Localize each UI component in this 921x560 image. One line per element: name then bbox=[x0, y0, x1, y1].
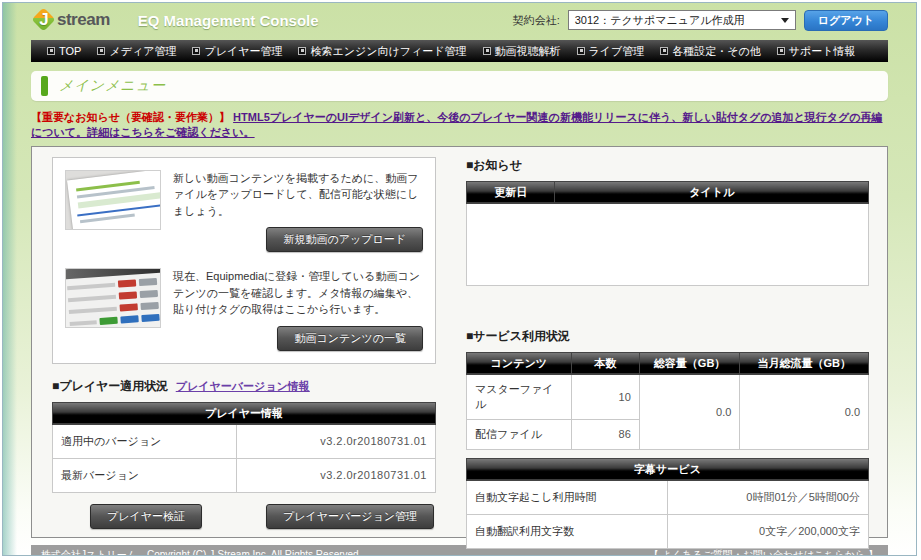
copyright-text: 株式会社Jストリーム Copyright (C) J-Stream Inc. A… bbox=[41, 548, 361, 556]
content-list-thumbnail-image bbox=[65, 268, 161, 328]
faq-contact-link[interactable]: 【 よくあるご質問・お問い合わせはこちらから 】 bbox=[649, 548, 878, 556]
nav-item-analytics[interactable]: 動画視聴解析 bbox=[475, 44, 569, 59]
header-right: 契約会社: 3012：テクサポマニュアル作成用 ログアウト bbox=[513, 10, 888, 31]
nav-item-label: 各種設定・その他 bbox=[672, 44, 761, 59]
player-info-table: プレイヤー情報 適用中のバージョン v3.2.0r20180731.01 最新バ… bbox=[52, 402, 436, 493]
player-verify-button[interactable]: プレイヤー検証 bbox=[90, 504, 202, 529]
important-notice: 【重要なお知らせ（要確認・要作業）】 HTML5プレイヤーのUIデザイン刷新と、… bbox=[31, 110, 888, 141]
company-select-value: 3012：テクサポマニュアル作成用 bbox=[575, 13, 745, 28]
translation-chars-value: 0文字／200,000文字 bbox=[668, 514, 869, 548]
service-col-count: 本数 bbox=[571, 352, 639, 374]
promo-list-body: 現在、Equipmediaに登録・管理している動画コンテンツの一覧を確認します。… bbox=[173, 268, 423, 351]
transcription-time-value: 0時間01分／5時間00分 bbox=[668, 480, 869, 514]
service-col-content: コンテンツ bbox=[467, 352, 572, 374]
service-col-volume: 総容量（GB） bbox=[639, 352, 740, 374]
current-version-value: v3.2.0r20180731.01 bbox=[236, 424, 435, 458]
nav-item-media[interactable]: メディア管理 bbox=[89, 44, 184, 59]
notice-prefix: 【重要なお知らせ（要確認・要作業）】 bbox=[31, 111, 230, 123]
service-usage-heading: ■サービス利用状況 bbox=[466, 328, 869, 345]
news-empty-cell bbox=[467, 203, 869, 285]
main-menu-band: メインメニュー bbox=[31, 71, 888, 101]
master-file-count: 10 bbox=[571, 374, 639, 419]
main-nav: TOP メディア管理 プレイヤー管理 検索エンジン向けフィード管理 動画視聴解析… bbox=[31, 40, 888, 62]
jstream-logo-icon: J bbox=[31, 7, 57, 33]
transcription-time-label: 自動文字起こし利用時間 bbox=[467, 480, 668, 514]
upload-thumbnail-image bbox=[65, 170, 161, 230]
nav-item-label: TOP bbox=[59, 45, 81, 57]
service-usage-table: コンテンツ 本数 総容量（GB） 当月総流量（GB） マスターファイル 10 0… bbox=[466, 352, 869, 450]
window-link-icon bbox=[192, 47, 200, 55]
window-link-icon bbox=[577, 47, 585, 55]
player-status-heading: ■プレイヤー適用状況 プレイヤーバージョン情報 bbox=[52, 378, 436, 395]
promo-list-row: 現在、Equipmediaに登録・管理している動画コンテンツの一覧を確認します。… bbox=[65, 268, 423, 351]
nav-item-label: 動画視聴解析 bbox=[495, 44, 561, 59]
nav-item-top[interactable]: TOP bbox=[39, 45, 89, 57]
player-buttons-row: プレイヤー検証 プレイヤーバージョン管理 bbox=[52, 504, 436, 529]
table-row bbox=[467, 203, 869, 285]
nav-item-label: ライブ管理 bbox=[589, 44, 645, 59]
nav-item-live[interactable]: ライブ管理 bbox=[569, 44, 653, 59]
promo-upload-row: 新しい動画コンテンツを掲載するために、動画ファイルをアップロードして、配信可能な… bbox=[65, 170, 423, 253]
player-version-manage-button[interactable]: プレイヤーバージョン管理 bbox=[266, 504, 434, 529]
window-link-icon bbox=[97, 47, 105, 55]
nav-item-seo-feed[interactable]: 検索エンジン向けフィード管理 bbox=[290, 44, 474, 59]
logo-letter: J bbox=[31, 8, 57, 32]
main-content-panel: 新しい動画コンテンツを掲載するために、動画ファイルをアップロードして、配信可能な… bbox=[31, 146, 888, 538]
right-column: ■お知らせ 更新日 タイトル ■サービス利用状況 コンテンツ 本数 bbox=[466, 157, 869, 525]
promo-upload-text: 新しい動画コンテンツを掲載するために、動画ファイルをアップロードして、配信可能な… bbox=[173, 170, 423, 220]
promo-upload-body: 新しい動画コンテンツを掲載するために、動画ファイルをアップロードして、配信可能な… bbox=[173, 170, 423, 253]
video-content-list-button[interactable]: 動画コンテンツの一覧 bbox=[277, 326, 423, 351]
player-status-heading-text: ■プレイヤー適用状況 bbox=[52, 379, 168, 393]
app-title: EQ Management Console bbox=[138, 12, 319, 29]
company-select-label: 契約会社: bbox=[513, 13, 560, 28]
table-row: 最新バージョン v3.2.0r20180731.01 bbox=[53, 458, 436, 492]
jstream-logo[interactable]: J stream bbox=[31, 7, 110, 33]
table-row: 自動文字起こし利用時間 0時間01分／5時間00分 bbox=[467, 480, 869, 514]
nav-item-settings[interactable]: 各種設定・その他 bbox=[652, 44, 769, 59]
promo-list-text: 現在、Equipmediaに登録・管理している動画コンテンツの一覧を確認します。… bbox=[173, 268, 423, 318]
delivery-file-count: 86 bbox=[571, 419, 639, 449]
news-col-date: 更新日 bbox=[467, 181, 555, 203]
header: J stream EQ Management Console 契約会社: 301… bbox=[3, 3, 916, 37]
news-col-title: タイトル bbox=[555, 181, 869, 203]
nav-item-player[interactable]: プレイヤー管理 bbox=[184, 44, 290, 59]
window-link-icon bbox=[660, 47, 668, 55]
left-column: 新しい動画コンテンツを掲載するために、動画ファイルをアップロードして、配信可能な… bbox=[52, 157, 436, 525]
chevron-down-icon bbox=[781, 18, 789, 23]
promo-box: 新しい動画コンテンツを掲載するために、動画ファイルをアップロードして、配信可能な… bbox=[52, 157, 436, 364]
latest-version-value: v3.2.0r20180731.01 bbox=[236, 458, 435, 492]
table-row: 適用中のバージョン v3.2.0r20180731.01 bbox=[53, 424, 436, 458]
nav-item-label: 検索エンジン向けフィード管理 bbox=[310, 44, 466, 59]
monthly-traffic-value: 0.0 bbox=[740, 374, 869, 449]
company-select[interactable]: 3012：テクサポマニュアル作成用 bbox=[568, 10, 796, 30]
total-volume-value: 0.0 bbox=[639, 374, 740, 449]
subtitle-service-table: 字幕サービス 自動文字起こし利用時間 0時間01分／5時間00分 自動翻訳利用文… bbox=[466, 458, 869, 549]
player-version-info-link[interactable]: プレイヤーバージョン情報 bbox=[176, 380, 310, 392]
window-link-icon bbox=[298, 47, 306, 55]
eq-management-console-page: J stream EQ Management Console 契約会社: 301… bbox=[2, 2, 917, 556]
table-mock bbox=[65, 268, 161, 328]
delivery-file-label: 配信ファイル bbox=[467, 419, 572, 449]
current-version-label: 適用中のバージョン bbox=[53, 424, 237, 458]
page-title: メインメニュー bbox=[59, 77, 166, 95]
nav-item-support[interactable]: サポート情報 bbox=[769, 44, 864, 59]
window-link-icon bbox=[47, 47, 55, 55]
news-heading: ■お知らせ bbox=[466, 157, 869, 174]
player-info-table-title: プレイヤー情報 bbox=[53, 402, 436, 424]
master-file-label: マスターファイル bbox=[467, 374, 572, 419]
table-row: マスターファイル 10 0.0 0.0 bbox=[467, 374, 869, 419]
document-mock bbox=[67, 170, 161, 230]
window-link-icon bbox=[483, 47, 491, 55]
nav-item-label: サポート情報 bbox=[789, 44, 856, 59]
table-row: 自動翻訳利用文字数 0文字／200,000文字 bbox=[467, 514, 869, 548]
subtitle-service-title: 字幕サービス bbox=[467, 458, 869, 480]
nav-item-label: メディア管理 bbox=[109, 44, 176, 59]
green-accent-bar bbox=[41, 76, 48, 96]
logout-button[interactable]: ログアウト bbox=[804, 10, 888, 31]
window-link-icon bbox=[777, 47, 785, 55]
translation-chars-label: 自動翻訳利用文字数 bbox=[467, 514, 668, 548]
upload-new-video-button[interactable]: 新規動画のアップロード bbox=[266, 227, 423, 252]
nav-item-label: プレイヤー管理 bbox=[204, 44, 282, 59]
latest-version-label: 最新バージョン bbox=[53, 458, 237, 492]
logo-text: stream bbox=[57, 10, 110, 30]
